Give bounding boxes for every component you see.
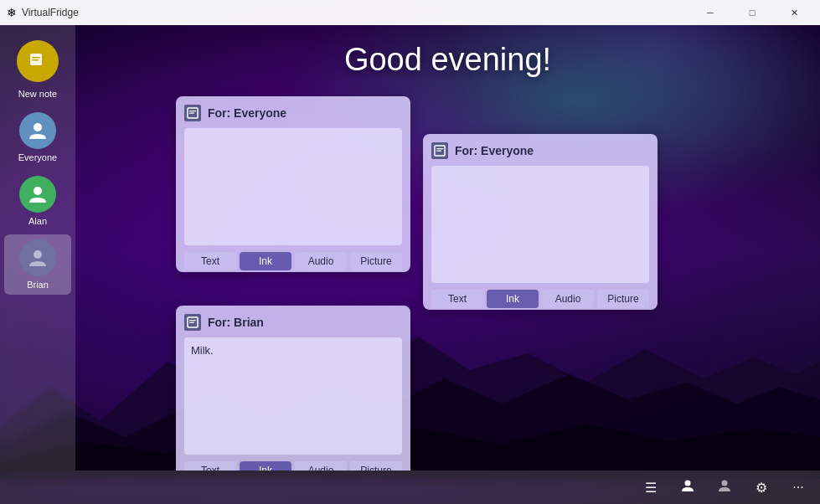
note-icon-2 (431, 142, 448, 159)
note-icon-3 (184, 314, 201, 331)
svg-rect-1 (32, 57, 40, 59)
titlebar-left: ❄ VirtualFridge (7, 6, 79, 19)
svg-rect-7 (189, 111, 196, 111)
svg-point-5 (34, 250, 42, 259)
note-tabs-1: Text Ink Audio Picture (184, 252, 402, 270)
note-body-2[interactable] (431, 166, 649, 283)
note-title-2: For: Everyone (455, 144, 534, 157)
taskbar-settings-button[interactable]: ⚙ (746, 474, 776, 501)
new-note-label: New note (18, 89, 57, 99)
svg-point-16 (722, 481, 728, 486)
note-tab-ink-1[interactable]: Ink (240, 252, 291, 270)
note-tab-ink-3[interactable]: Ink (240, 461, 291, 471)
maximize-button[interactable]: □ (733, 0, 771, 25)
taskbar-person-button[interactable] (673, 474, 703, 501)
new-note-button[interactable]: New note (4, 35, 71, 104)
note-brian[interactable]: For: Brian Milk. Text Ink Audio Picture (176, 306, 410, 471)
note-header-3: For: Brian (184, 314, 402, 331)
note-header-2: For: Everyone (431, 142, 649, 159)
taskbar-person2-button[interactable] (709, 474, 740, 501)
note-tabs-3: Text Ink Audio Picture (184, 461, 402, 471)
note-tab-text-1[interactable]: Text (184, 252, 236, 270)
sidebar-item-everyone[interactable]: Everyone (4, 107, 71, 167)
note-tab-audio-3[interactable]: Audio (295, 461, 347, 471)
note-everyone-1[interactable]: For: Everyone Text Ink Audio Picture (176, 96, 410, 272)
note-title-1: For: Everyone (208, 106, 286, 120)
note-tab-audio-1[interactable]: Audio (295, 252, 347, 270)
alan-label: Alan (28, 216, 47, 226)
note-header-1: For: Everyone (184, 105, 402, 121)
svg-rect-14 (189, 322, 194, 323)
brian-avatar (19, 239, 56, 276)
app-title: VirtualFridge (22, 7, 79, 18)
everyone-label: Everyone (18, 152, 57, 162)
note-tabs-2: Text Ink Audio Picture (431, 290, 649, 308)
note-everyone-2[interactable]: For: Everyone Text Ink Audio Picture (423, 134, 658, 310)
titlebar: ❄ VirtualFridge ─ □ ✕ (0, 0, 820, 25)
close-button[interactable]: ✕ (775, 0, 813, 25)
main-area: Good evening! For: Everyone Text Ink Aud… (75, 25, 820, 471)
person-icon (680, 478, 695, 496)
note-tab-text-3[interactable]: Text (184, 461, 236, 471)
svg-point-4 (34, 187, 42, 195)
svg-rect-13 (189, 320, 196, 321)
note-tab-picture-1[interactable]: Picture (350, 252, 402, 270)
note-body-1[interactable] (184, 128, 402, 245)
sidebar-item-alan[interactable]: Alan (4, 171, 71, 231)
taskbar-menu-button[interactable]: ☰ (636, 474, 666, 501)
sidebar: New note Everyone Alan Brian (0, 25, 75, 471)
note-body-3[interactable]: Milk. (184, 337, 402, 455)
dots-icon: ··· (792, 480, 803, 495)
note-tab-picture-3[interactable]: Picture (350, 461, 402, 471)
svg-point-3 (34, 123, 42, 131)
person2-icon (717, 478, 732, 496)
note-tab-audio-2[interactable]: Audio (542, 290, 594, 308)
note-tab-ink-2[interactable]: Ink (487, 290, 539, 308)
note-title-3: For: Brian (208, 316, 264, 329)
note-tab-text-2[interactable]: Text (431, 290, 483, 308)
svg-rect-11 (436, 151, 441, 152)
everyone-avatar (19, 112, 56, 149)
minimize-button[interactable]: ─ (691, 0, 730, 25)
sidebar-item-brian[interactable]: Brian (4, 234, 71, 295)
menu-icon: ☰ (645, 480, 657, 496)
settings-icon: ⚙ (756, 480, 767, 496)
alan-avatar (19, 176, 56, 213)
svg-point-15 (685, 481, 691, 486)
taskbar: ☰ ⚙ ··· (0, 471, 820, 504)
svg-rect-2 (32, 59, 39, 61)
greeting: Good evening! (75, 25, 820, 78)
new-note-icon (17, 40, 59, 82)
titlebar-controls: ─ □ ✕ (691, 0, 813, 25)
note-icon-1 (184, 105, 201, 121)
note-tab-picture-2[interactable]: Picture (597, 290, 649, 308)
app-icon: ❄ (7, 6, 17, 19)
brian-label: Brian (27, 280, 49, 290)
svg-rect-8 (189, 113, 194, 114)
svg-rect-10 (436, 148, 443, 149)
taskbar-dots-button[interactable]: ··· (783, 474, 813, 501)
